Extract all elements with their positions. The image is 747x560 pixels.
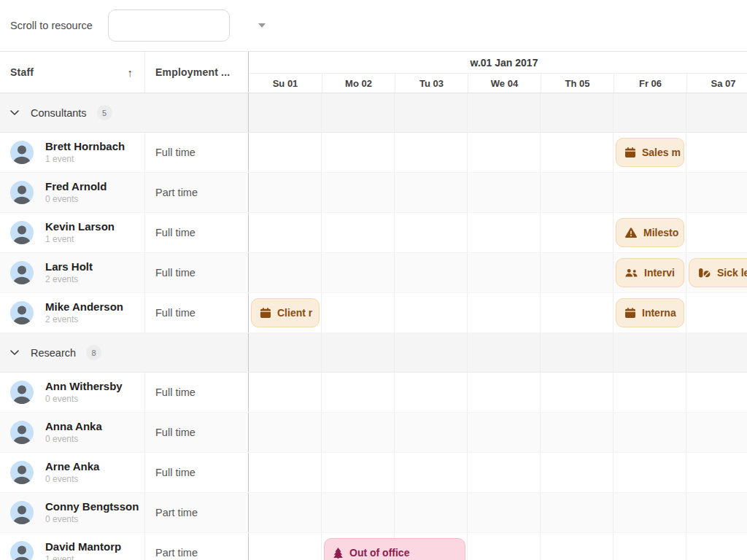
resource-texts: Fred Arnold0 events [45,180,107,204]
resource-combo[interactable] [108,9,230,42]
group-header[interactable]: Research8 [0,333,248,372]
avatar [10,381,34,404]
resource-row[interactable]: Arne Anka0 eventsFull time [0,453,747,493]
employment-type: Part time [145,533,248,560]
day-header-cell: Th 05 [541,74,614,93]
resource-texts: Kevin Larson1 event [45,220,115,244]
day-header-cell: We 04 [468,74,541,93]
group-lane [248,93,747,132]
resource-event-count: 2 events [45,275,93,285]
toolbar: Scroll to resource [0,0,747,51]
event-label: Sick le [717,267,747,279]
avatar [10,221,34,244]
avatar [10,501,34,524]
resource-name: Arne Anka [45,460,99,472]
employment-type: Full time [145,453,248,492]
resource-combo-input[interactable] [109,10,258,41]
group-header[interactable]: Consultants5 [0,93,248,132]
employment-type: Part time [145,173,248,212]
event-bar[interactable]: Sales m [616,138,684,167]
calendar-icon [625,147,635,158]
timeline-lane[interactable] [248,173,747,212]
pills-icon [698,268,711,278]
employment-type: Full time [145,253,248,292]
staff-cell: Arne Anka0 events [0,453,145,492]
employment-type: Full time [145,133,248,172]
avatar [10,141,34,164]
event-bar[interactable]: Interna [616,298,684,327]
resource-row[interactable]: Mike Anderson2 eventsFull timeClient rIn… [0,293,747,333]
employment-type: Full time [145,213,248,252]
employment-column-header[interactable]: Employment ... [145,52,248,93]
day-header-cell: Tu 03 [395,74,468,93]
timeline-lane[interactable] [248,493,747,532]
resource-texts: Brett Hornbach1 event [45,140,125,164]
resource-texts: Ann Withersby0 events [45,380,123,404]
resource-name: Mike Anderson [45,300,123,313]
resource-name: Brett Hornbach [45,140,125,152]
group-name: Research [31,347,76,359]
day-header-row: Su 01Mo 02Tu 03We 04Th 05Fr 06Sa 07 [249,74,747,93]
calendar-icon [260,308,271,318]
event-bar[interactable]: Sick le [689,258,747,287]
week-header-row: w.01 Jan 2017 [249,52,747,74]
resource-row[interactable]: Lars Holt2 eventsFull timeInterviSick le [0,253,747,293]
staff-cell: Brett Hornbach1 event [0,133,145,172]
timeline-lane[interactable] [248,373,747,412]
resource-texts: David Mantorp1 event [45,540,121,560]
resource-name: Kevin Larson [45,220,115,233]
resource-texts: Lars Holt2 events [45,260,93,284]
staff-cell: Lars Holt2 events [0,253,145,292]
staff-cell: Ann Withersby0 events [0,373,145,412]
scheduler-grid: Staff ↑ Employment ... w.01 Jan 2017 Su … [0,51,747,560]
event-bar[interactable]: Out of office [324,538,465,560]
event-label: Sales m [642,147,681,158]
timeline-lane[interactable] [248,413,747,452]
resource-texts: Conny Bengtsson0 events [45,500,139,524]
resource-event-count: 0 events [45,435,102,445]
group-lane [248,333,747,372]
event-bar[interactable]: Milesto [616,218,684,247]
timeline-lane[interactable]: Client rInterna [248,293,747,332]
resource-event-count: 0 events [45,394,123,405]
staff-column-header[interactable]: Staff ↑ [0,52,145,93]
event-bar[interactable]: Client r [251,298,320,327]
staff-cell: David Mantorp1 event [0,533,145,560]
employment-type: Part time [145,493,248,532]
resource-texts: Anna Anka0 events [45,420,102,444]
resource-row[interactable]: Ann Withersby0 eventsFull time [0,373,747,413]
resource-row[interactable]: Brett Hornbach1 eventFull timeSales m [0,133,747,173]
employment-type: Full time [145,293,248,332]
timeline-lane[interactable]: Out of office [248,533,747,560]
avatar [10,261,34,284]
event-label: Milesto [643,227,678,238]
day-header-cell: Fr 06 [614,74,686,93]
day-header-cell: Sa 07 [686,74,747,93]
event-bar[interactable]: Intervi [616,258,684,287]
resource-row[interactable]: Conny Bengtsson0 eventsPart time [0,493,747,533]
group-row[interactable]: Consultants5 [0,93,747,133]
chevron-down-icon[interactable] [10,110,19,115]
chevron-down-icon[interactable] [258,23,266,28]
staff-cell: Anna Anka0 events [0,413,145,452]
resource-row[interactable]: Kevin Larson1 eventFull timeMilesto [0,213,747,253]
resource-row[interactable]: Anna Anka0 eventsFull time [0,413,747,453]
chevron-down-icon[interactable] [10,350,19,355]
scroll-to-resource-label: Scroll to resource [10,20,93,31]
resource-name: Lars Holt [45,260,93,273]
group-row[interactable]: Research8 [0,333,747,373]
resource-row[interactable]: David Mantorp1 eventPart timeOut of offi… [0,533,747,560]
employment-type: Full time [145,413,248,452]
group-name: Consultants [31,107,87,119]
resource-row[interactable]: Fred Arnold0 eventsPart time [0,173,747,213]
staff-cell: Conny Bengtsson0 events [0,493,145,532]
event-label: Intervi [644,267,675,279]
event-label: Out of office [349,547,409,559]
timeline-lane[interactable] [248,453,747,492]
tree-icon [333,548,343,559]
timeline-lane[interactable]: Milesto [248,213,747,252]
sort-ascending-icon: ↑ [128,66,133,79]
resource-event-count: 0 events [45,515,139,525]
timeline-lane[interactable]: InterviSick le [248,253,747,292]
timeline-lane[interactable]: Sales m [248,133,747,172]
